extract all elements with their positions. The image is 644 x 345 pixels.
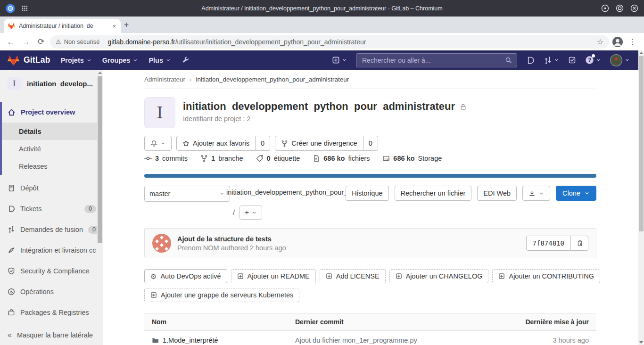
app-grid-icon[interactable]	[21, 4, 29, 12]
storage-stat[interactable]: 686 koStorage	[382, 155, 442, 162]
add-file-button[interactable]: +	[239, 205, 262, 220]
commit-sha[interactable]: 7f874810	[526, 236, 571, 251]
nav-menu-projects[interactable]: Projets	[61, 57, 92, 64]
sidebar-item-details[interactable]: Détails	[2, 123, 103, 140]
back-icon[interactable]: ←	[5, 36, 17, 48]
todos-nav-button[interactable]	[568, 56, 576, 64]
shield-icon	[8, 267, 15, 275]
nav-menu-more[interactable]: Plus	[149, 57, 171, 64]
breadcrumb: Administrateur › initiation_developpemen…	[144, 70, 596, 89]
file-name-link[interactable]: 1.Mode_interprété	[163, 337, 218, 344]
notifications-dropdown-button[interactable]	[144, 136, 172, 151]
files-stat[interactable]: 686 kofichiers	[313, 155, 370, 162]
browser-profile-avatar[interactable]	[612, 36, 623, 48]
add-kubernetes-button[interactable]: Ajouter une grappe de serveurs Kubernete…	[144, 288, 299, 302]
add-license-button[interactable]: Add LICENSE	[320, 269, 386, 283]
help-nav-button[interactable]: ?	[585, 56, 601, 65]
sidebar-item-ci-cd[interactable]: Intégration et livraison cc	[0, 240, 103, 261]
breadcrumb-parent[interactable]: Administrateur	[144, 76, 185, 83]
commit-meta: Prenom NOM authored 2 hours ago	[177, 244, 286, 252]
close-button[interactable]	[630, 4, 638, 12]
table-row[interactable]: 1.Mode_interprété Ajout du fichier mon_1…	[144, 331, 596, 345]
sidebar-item-project-overview[interactable]: Project overview	[2, 102, 103, 123]
chevron-down-icon	[252, 210, 257, 215]
admin-wrench-icon[interactable]	[182, 56, 190, 64]
project-name: initiation_develop...	[27, 80, 93, 88]
star-button[interactable]: Ajouter aux favoris	[176, 136, 256, 151]
branch-selector[interactable]: master	[144, 186, 230, 202]
plus-square-icon	[332, 56, 340, 64]
sidebar-item-releases[interactable]: Releases	[2, 157, 103, 175]
new-tab-button[interactable]: +	[121, 19, 132, 31]
forward-icon[interactable]: →	[20, 36, 32, 48]
branches-stat[interactable]: 1branche	[200, 155, 243, 162]
commit-message-link[interactable]: Ajout du fichier mon_1er_programme.py	[295, 337, 502, 344]
sidebar-project-header[interactable]: I initiation_develop...	[0, 70, 103, 96]
gitlab-logo[interactable]: GitLab	[8, 55, 50, 66]
language-bar[interactable]	[144, 174, 596, 178]
sidebar-scrollbar[interactable]	[97, 70, 103, 324]
sidebar-scroll-thumb[interactable]	[98, 76, 102, 243]
plus-square-icon	[396, 273, 402, 279]
sidebar-item-repository[interactable]: Dépôt	[0, 178, 103, 198]
reload-icon[interactable]: ⟳	[35, 36, 47, 48]
collapse-icon: «	[8, 331, 12, 339]
browser-menu-icon[interactable]: ⋮	[626, 37, 639, 46]
add-readme-button[interactable]: Ajouter un README	[231, 269, 316, 283]
collapse-sidebar-button[interactable]: « Masquer la barre latérale	[0, 325, 103, 345]
download-button[interactable]	[522, 186, 550, 201]
nav-menu-groups[interactable]: Groupes	[102, 57, 139, 64]
commit-message[interactable]: Ajout de la structure de tests	[177, 235, 286, 243]
maximize-button[interactable]	[616, 4, 624, 12]
quick-actions-row-1: ⚙ Auto DevOps activé Ajouter un README A…	[144, 269, 600, 283]
star-count[interactable]: 0	[256, 136, 270, 151]
tags-stat[interactable]: 0étiquette	[256, 155, 300, 162]
minimize-button[interactable]	[601, 4, 609, 12]
fork-button[interactable]: Créer une divergence	[275, 136, 363, 151]
sidebar-item-security[interactable]: Security & Compliance	[0, 261, 103, 281]
security-chip[interactable]: ⚠ Non sécurisé	[56, 38, 100, 45]
user-menu[interactable]	[610, 54, 630, 66]
chromium-icon	[6, 4, 15, 13]
browser-tab[interactable]: Administrateur / initiation_de ×	[4, 19, 121, 33]
clone-button[interactable]: Clone	[556, 186, 596, 201]
bookmark-star-icon[interactable]: ☆	[597, 37, 603, 46]
url-text[interactable]: gitlab.domaine-perso.fr/utilisateur/init…	[108, 38, 593, 46]
tab-title: Administrateur / initiation_de	[19, 23, 107, 29]
sidebar-item-activity[interactable]: Activité	[2, 140, 103, 157]
global-search[interactable]	[356, 53, 517, 67]
address-bar[interactable]: ⚠ Non sécurisé gitlab.domaine-perso.fr/u…	[50, 35, 609, 49]
breadcrumb-current[interactable]: initiation_developpement_python_pour_adm…	[196, 76, 349, 83]
column-header-updated: Dernière mise à jour	[502, 318, 596, 326]
add-changelog-button[interactable]: Ajouter un CHANGELOG	[389, 269, 489, 283]
new-menu-button[interactable]	[332, 56, 347, 64]
auto-devops-button[interactable]: ⚙ Auto DevOps activé	[144, 269, 227, 283]
project-stats: 3commits 1branche 0étiquette 686 kofichi…	[144, 155, 442, 162]
sidebar-item-packages[interactable]: Packages & Registries	[0, 302, 103, 323]
chevron-down-icon	[160, 141, 165, 146]
sidebar-item-operations[interactable]: Opérations	[0, 281, 103, 302]
add-contributing-button[interactable]: Ajouter un CONTRIBUTING	[492, 269, 600, 283]
search-input[interactable]	[361, 56, 501, 65]
find-file-button[interactable]: Rechercher un fichier	[395, 186, 472, 201]
sidebar-item-merge-requests[interactable]: Demandes de fusion 0	[0, 219, 103, 240]
commits-stat[interactable]: 3commits	[144, 155, 188, 162]
web-ide-button[interactable]: EDI Web	[477, 186, 517, 201]
fork-count[interactable]: 0	[363, 136, 378, 151]
tab-close-icon[interactable]: ×	[111, 22, 117, 30]
star-icon	[182, 140, 190, 147]
history-button[interactable]: Historique	[346, 186, 388, 201]
scroll-up-arrow[interactable]	[98, 72, 102, 74]
issues-nav-button[interactable]	[526, 56, 535, 65]
merge-requests-nav-button[interactable]	[544, 56, 559, 65]
project-header: I initiation_developpement_python_pour_a…	[144, 97, 467, 128]
page-scrollbar[interactable]	[638, 50, 644, 345]
commit-author-avatar[interactable]	[152, 234, 171, 253]
scroll-down-arrow[interactable]	[639, 341, 643, 344]
sidebar-item-issues[interactable]: Tickets 0	[0, 198, 103, 219]
repo-path[interactable]: initiation_developpement_python_pour_a	[226, 189, 355, 196]
page-scroll-thumb[interactable]	[639, 56, 644, 231]
scroll-up-arrow[interactable]	[639, 52, 643, 54]
todo-check-icon	[568, 56, 576, 64]
copy-sha-button[interactable]	[571, 236, 588, 251]
